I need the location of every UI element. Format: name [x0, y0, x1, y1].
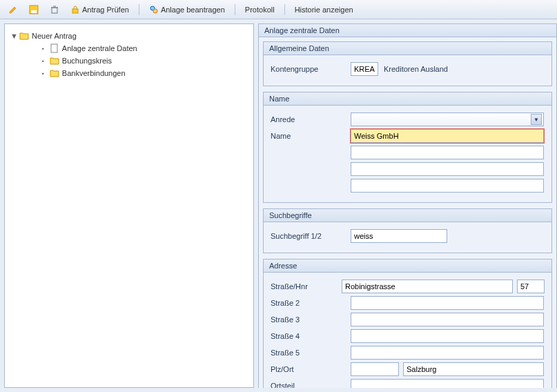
- tree-root-label: Neuer Antrag: [32, 32, 77, 40]
- toolbar-separator: [235, 4, 235, 15]
- kontengruppe-label: Kontengruppe: [271, 65, 346, 73]
- folder-icon: [50, 56, 59, 66]
- tree-root[interactable]: ▼ Neuer Antrag: [8, 30, 251, 42]
- suchbegriff-input[interactable]: [351, 229, 447, 243]
- lock-check-icon: [70, 5, 80, 14]
- plzort-label: Plz/Ort: [271, 365, 346, 373]
- form-pane: Anlage zentrale Daten Allgemeine Daten K…: [258, 23, 557, 388]
- delete-button[interactable]: [46, 3, 63, 16]
- suchbegriff-label: Suchbegriff 1/2: [271, 232, 346, 240]
- group-allgemeine-daten: Allgemeine Daten Kontengruppe Kreditoren…: [263, 41, 552, 86]
- historie-label: Historie anzeigen: [295, 6, 353, 14]
- historie-button[interactable]: Historie anzeigen: [291, 4, 358, 15]
- chevron-down-icon: ▼: [531, 114, 542, 125]
- name-label: Name: [271, 132, 346, 140]
- trash-icon: [50, 5, 59, 14]
- strasse3-input[interactable]: [351, 313, 544, 326]
- bullet-icon: ▪: [42, 70, 44, 77]
- group-title: Allgemeine Daten: [264, 42, 551, 55]
- folder-icon: [50, 68, 59, 78]
- bullet-icon: ▪: [42, 58, 44, 64]
- panel-title: Anlage zentrale Daten: [259, 24, 556, 37]
- edit-button[interactable]: [4, 3, 22, 16]
- group-title: Adresse: [264, 259, 551, 273]
- group-title: Name: [264, 92, 551, 106]
- group-suchbegriffe: Suchbegriffe Suchbegriff 1/2: [263, 208, 552, 253]
- name-input[interactable]: [351, 129, 544, 143]
- name2-input[interactable]: [351, 146, 544, 159]
- toolbar-separator: [139, 4, 139, 15]
- kontengruppe-text: Kreditoren Ausland: [382, 65, 448, 73]
- anlage-beantragen-button[interactable]: Anlage beantragen: [145, 3, 229, 16]
- strasse3-label: Straße 3: [271, 315, 346, 324]
- anrede-label: Anrede: [271, 115, 346, 124]
- save-button[interactable]: [25, 3, 43, 16]
- strasse5-input[interactable]: [351, 346, 544, 360]
- svg-rect-8: [51, 44, 57, 52]
- strasse4-input[interactable]: [351, 329, 544, 343]
- strasse4-label: Straße 4: [271, 332, 346, 340]
- ort-input[interactable]: [403, 362, 544, 376]
- antrag-pruefen-button[interactable]: Antrag Prüfen: [66, 3, 133, 16]
- strasse2-label: Straße 2: [271, 299, 346, 307]
- document-icon: [50, 43, 59, 53]
- strasse2-input[interactable]: [351, 296, 544, 310]
- kontengruppe-code-input[interactable]: [351, 62, 378, 76]
- hnr-input[interactable]: [517, 280, 545, 293]
- svg-rect-5: [72, 9, 78, 13]
- svg-rect-2: [52, 8, 57, 13]
- svg-rect-1: [31, 10, 37, 13]
- strasse-input[interactable]: [342, 280, 513, 293]
- group-name: Name Anrede ▼ Name: [263, 92, 552, 203]
- group-adresse: Adresse Straße/Hnr Straße 2 Straße 3: [263, 259, 552, 388]
- navigation-tree: ▼ Neuer Antrag ▪ Anlage zentrale Daten ▪…: [4, 23, 254, 388]
- tree-item-label: Buchungskreis: [62, 57, 112, 65]
- strasse-label: Straße/Hnr: [271, 282, 338, 291]
- save-icon: [29, 5, 39, 14]
- group-title: Suchbegriffe: [264, 209, 551, 222]
- toolbar-separator: [284, 4, 285, 15]
- pencil-icon: [8, 5, 18, 14]
- name3-input[interactable]: [351, 162, 544, 176]
- anrede-select[interactable]: ▼: [351, 112, 544, 126]
- request-icon: [149, 5, 159, 14]
- tree-item-buchungskreis[interactable]: ▪ Buchungskreis: [26, 55, 251, 67]
- strasse5-label: Straße 5: [271, 349, 346, 357]
- anlage-beantragen-label: Anlage beantragen: [161, 6, 225, 14]
- main-area: ▼ Neuer Antrag ▪ Anlage zentrale Daten ▪…: [0, 19, 557, 392]
- tree-item-zentrale-daten[interactable]: ▪ Anlage zentrale Daten: [26, 42, 251, 55]
- ortsteil-label: Ortsteil: [271, 382, 346, 388]
- svg-point-7: [153, 9, 157, 13]
- protokoll-button[interactable]: Protokoll: [241, 4, 279, 15]
- tree-item-bankverbindungen[interactable]: ▪ Bankverbindungen: [26, 67, 251, 79]
- plz-input[interactable]: [351, 362, 399, 376]
- folder-open-icon: [19, 31, 29, 41]
- antrag-pruefen-label: Antrag Prüfen: [82, 6, 129, 14]
- ortsteil-input[interactable]: [351, 379, 544, 388]
- bullet-icon: ▪: [42, 46, 44, 52]
- panel-anlage-zentrale-daten: Anlage zentrale Daten Allgemeine Daten K…: [258, 23, 557, 388]
- tree-item-label: Anlage zentrale Daten: [62, 44, 137, 52]
- protokoll-label: Protokoll: [245, 6, 275, 14]
- collapse-icon[interactable]: ▼: [10, 32, 17, 40]
- toolbar: Antrag Prüfen Anlage beantragen Protokol…: [0, 0, 557, 19]
- tree-item-label: Bankverbindungen: [62, 69, 126, 77]
- name4-input[interactable]: [351, 179, 544, 193]
